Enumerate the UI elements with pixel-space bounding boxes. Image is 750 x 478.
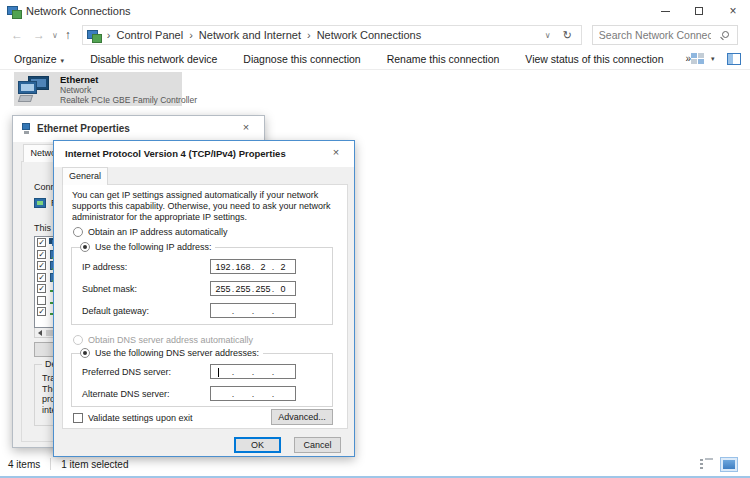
preferred-dns-label: Preferred DNS server:: [82, 367, 210, 377]
disable-device-button[interactable]: Disable this network device: [90, 53, 217, 65]
octet-separator: .: [271, 367, 275, 377]
adapter-dialog-icon: [22, 123, 32, 134]
navigation-bar: ← → ∨ ↑ › Control Panel › Network and In…: [0, 22, 750, 48]
protocol-checkbox[interactable]: ✓: [37, 273, 46, 282]
alternate-dns-field[interactable]: ...: [210, 386, 296, 401]
use-dns-group: Use the following DNS server addresses: …: [71, 353, 333, 407]
octet-separator: .: [251, 306, 255, 316]
dialog-title-bar: Ethernet Properties ×: [13, 116, 264, 142]
breadcrumb-separator: ›: [183, 29, 199, 41]
window-title: Network Connections: [26, 5, 131, 17]
use-dns-radio[interactable]: [80, 348, 90, 358]
intro-text: You can get IP settings assigned automat…: [72, 190, 342, 223]
octet-separator: .: [231, 367, 235, 377]
dialog-title-bar: Internet Protocol Version 4 (TCP/IPv4) P…: [54, 141, 354, 167]
obtain-ip-radio[interactable]: Obtain an IP address automatically: [73, 227, 227, 237]
search-box[interactable]: [592, 25, 738, 45]
subnet-mask-field[interactable]: 255.255.255.0: [210, 281, 296, 296]
close-button[interactable]: ×: [716, 0, 750, 22]
network-adapter-icon: [34, 198, 46, 208]
protocol-checkbox[interactable]: ✓: [37, 238, 46, 247]
explorer-window: Network Connections × ← → ∨ ↑ › Control …: [0, 0, 750, 478]
connection-device: Realtek PCIe GBE Family Controller: [60, 95, 197, 105]
ethernet-adapter-icon: [17, 75, 53, 103]
refresh-icon[interactable]: ↻: [558, 29, 577, 42]
ipv4-properties-dialog: Internet Protocol Version 4 (TCP/IPv4) P…: [53, 140, 355, 457]
protocol-checkbox[interactable]: ✓: [37, 284, 46, 293]
minimize-button[interactable]: [648, 0, 682, 22]
breadcrumb-separator: ›: [101, 29, 117, 41]
protocol-checkbox[interactable]: [37, 296, 46, 305]
breadcrumb-separator: ›: [301, 29, 317, 41]
octet-separator: .: [271, 306, 275, 316]
ip-address-label: IP address:: [82, 262, 210, 272]
breadcrumb-network-and-internet[interactable]: Network and Internet: [199, 29, 301, 41]
close-icon[interactable]: ×: [238, 121, 254, 133]
change-view-button[interactable]: ▾: [691, 53, 715, 65]
title-bar: Network Connections ×: [0, 0, 750, 22]
back-icon[interactable]: ←: [6, 28, 28, 42]
search-input[interactable]: [593, 29, 711, 41]
search-icon[interactable]: [722, 31, 729, 38]
items-count: 4 items: [8, 459, 40, 470]
protocol-checkbox[interactable]: ✓: [37, 250, 46, 259]
preview-pane-icon[interactable]: [727, 53, 741, 65]
validate-settings-checkbox[interactable]: Validate settings upon exit: [73, 413, 192, 423]
checkbox-icon[interactable]: [73, 413, 83, 423]
octet-separator: .: [231, 389, 235, 399]
rename-connection-button[interactable]: Rename this connection: [387, 53, 500, 65]
protocol-checkbox[interactable]: ✓: [37, 261, 46, 270]
preferred-dns-field[interactable]: ...: [210, 364, 296, 379]
statusbar-divider: [50, 458, 51, 470]
view-status-button[interactable]: View status of this connection: [525, 53, 663, 65]
use-ip-group: Use the following IP address: IP address…: [71, 247, 333, 325]
scroll-left-icon[interactable]: [38, 330, 42, 336]
chevron-down-icon: ▾: [711, 55, 715, 63]
cancel-button[interactable]: Cancel: [294, 437, 341, 453]
radio-icon: [73, 335, 83, 345]
text-cursor: [218, 368, 219, 377]
subnet-mask-label: Subnet mask:: [82, 284, 210, 294]
octet-separator: .: [231, 306, 235, 316]
chevron-down-icon: ▾: [61, 57, 65, 64]
details-view-icon[interactable]: [700, 458, 714, 470]
octet-separator: .: [251, 389, 255, 399]
advanced-button[interactable]: Advanced...: [271, 409, 333, 425]
dialog-title: Ethernet Properties: [37, 123, 130, 134]
recent-locations-icon[interactable]: ∨: [50, 31, 60, 40]
close-icon[interactable]: ×: [328, 146, 344, 158]
octet-separator: .: [271, 389, 275, 399]
ip-address-field[interactable]: 192.168.2.2: [210, 259, 296, 274]
up-icon[interactable]: ↑: [60, 28, 76, 42]
address-location-icon[interactable]: [87, 29, 101, 42]
default-gateway-field[interactable]: ...: [210, 303, 296, 318]
general-tab-page: You can get IP settings assigned automat…: [62, 184, 348, 429]
large-icons-view-icon[interactable]: [720, 457, 738, 472]
dialog-title: Internet Protocol Version 4 (TCP/IPv4) P…: [65, 148, 286, 159]
ok-button[interactable]: OK: [234, 437, 281, 453]
selection-count: 1 item selected: [61, 459, 128, 470]
obtain-dns-radio-disabled: Obtain DNS server address automatically: [73, 335, 253, 345]
network-connections-icon: [7, 5, 21, 18]
address-bar[interactable]: › Control Panel › Network and Internet ›…: [82, 25, 582, 45]
diagnose-connection-button[interactable]: Diagnose this connection: [243, 53, 360, 65]
forward-icon[interactable]: →: [28, 28, 50, 42]
breadcrumb-control-panel[interactable]: Control Panel: [117, 29, 184, 41]
address-dropdown-icon[interactable]: ∨: [538, 31, 558, 40]
octet-separator: .: [251, 367, 255, 377]
ethernet-connection-item[interactable]: Ethernet Network Realtek PCIe GBE Family…: [14, 72, 182, 106]
maximize-button[interactable]: [682, 0, 716, 22]
use-ip-radio[interactable]: [80, 242, 90, 252]
default-gateway-label: Default gateway:: [82, 306, 210, 316]
tab-general[interactable]: General: [62, 167, 108, 185]
command-bar: Organize▾ Disable this network device Di…: [0, 48, 750, 70]
alternate-dns-label: Alternate DNS server:: [82, 389, 210, 399]
connection-status: Network: [60, 85, 197, 95]
organize-button[interactable]: Organize▾: [14, 53, 64, 65]
protocol-checkbox[interactable]: ✓: [37, 307, 46, 316]
view-grid-icon: [691, 53, 704, 65]
breadcrumb-network-connections[interactable]: Network Connections: [317, 29, 422, 41]
connection-name: Ethernet: [60, 74, 197, 85]
radio-icon[interactable]: [73, 227, 83, 237]
